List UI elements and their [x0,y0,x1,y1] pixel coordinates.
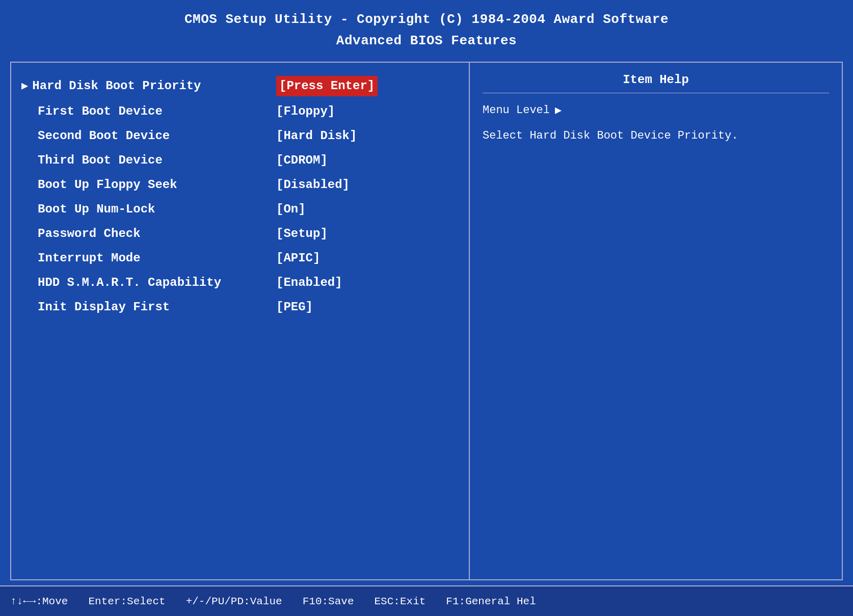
main-content: ▶Hard Disk Boot Priority[Press Enter]Fir… [10,62,843,580]
row-label: Third Boot Device [21,151,276,170]
table-row[interactable]: ▶Hard Disk Boot Priority[Press Enter] [21,73,459,99]
title-bar: CMOS Setup Utility - Copyright (C) 1984-… [0,0,853,57]
title-line2: Advanced BIOS Features [5,31,848,52]
bios-screen: CMOS Setup Utility - Copyright (C) 1984-… [0,0,853,616]
table-row[interactable]: Password Check[Setup] [21,222,459,246]
row-value: [APIC] [276,249,320,267]
status-item: Enter:Select [88,596,165,607]
help-text: Select Hard Disk Boot Device Priority. [483,127,829,144]
row-label: ▶Hard Disk Boot Priority [21,77,276,95]
row-label: Boot Up Floppy Seek [21,176,276,194]
status-item: +/-/PU/PD:Value [186,596,282,607]
table-row[interactable]: HDD S.M.A.R.T. Capability[Enabled] [21,271,459,295]
right-panel: Item Help Menu Level ▶ Select Hard Disk … [470,63,842,579]
left-panel: ▶Hard Disk Boot Priority[Press Enter]Fir… [11,63,470,579]
table-row[interactable]: First Boot Device[Floppy] [21,99,459,124]
row-value: [On] [276,200,306,219]
menu-level-arrow-icon: ▶ [555,103,562,117]
status-item: F1:General Hel [446,596,536,607]
row-value: [Floppy] [276,102,335,121]
table-row[interactable]: Init Display First[PEG] [21,295,459,319]
item-help-title: Item Help [483,73,829,93]
row-value: [CDROM] [276,151,328,170]
row-label: Interrupt Mode [21,249,276,267]
status-item: ↑↓←→:Move [10,596,68,607]
menu-level-label: Menu Level [483,104,550,117]
row-label: HDD S.M.A.R.T. Capability [21,274,276,292]
table-row[interactable]: Second Boot Device[Hard Disk] [21,124,459,148]
menu-level-row: Menu Level ▶ [483,103,829,117]
row-value: [PEG] [276,298,313,316]
status-item: F10:Save [303,596,354,607]
row-label: Second Boot Device [21,127,276,145]
status-item: ESC:Exit [375,596,426,607]
table-row[interactable]: Boot Up Num-Lock[On] [21,197,459,222]
row-label: First Boot Device [21,102,276,121]
table-row[interactable]: Interrupt Mode[APIC] [21,246,459,271]
row-value: [Setup] [276,225,328,243]
row-label: Boot Up Num-Lock [21,200,276,219]
title-line1: CMOS Setup Utility - Copyright (C) 1984-… [5,9,848,31]
table-row[interactable]: Boot Up Floppy Seek[Disabled] [21,173,459,197]
arrow-icon: ▶ [21,78,28,95]
table-row[interactable]: Third Boot Device[CDROM] [21,148,459,173]
row-value: [Press Enter] [276,76,378,96]
row-value: [Disabled] [276,176,350,194]
status-bar: ↑↓←→:MoveEnter:Select+/-/PU/PD:ValueF10:… [0,585,853,616]
row-value: [Hard Disk] [276,127,357,145]
row-value: [Enabled] [276,274,342,292]
row-label: Password Check [21,225,276,243]
row-label: Init Display First [21,298,276,316]
